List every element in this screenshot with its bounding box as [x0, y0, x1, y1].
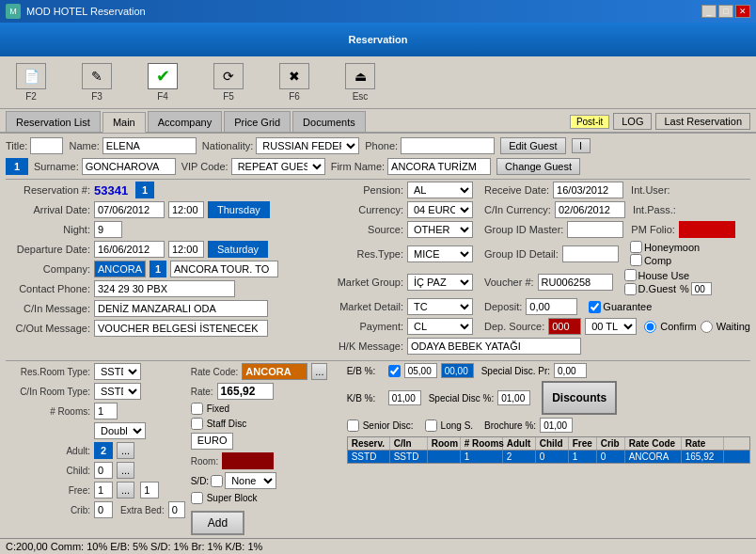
- pension-select[interactable]: AL: [407, 182, 473, 198]
- title-input[interactable]: [30, 137, 63, 154]
- child-btn[interactable]: ...: [117, 462, 134, 479]
- edit-guest-btn[interactable]: Edit Guest: [500, 137, 565, 154]
- cin-room-type-select[interactable]: SSTD: [94, 383, 141, 400]
- super-block-cb[interactable]: [191, 492, 203, 504]
- fixed-cb[interactable]: [191, 403, 203, 415]
- market-detail-select[interactable]: TC: [407, 298, 473, 315]
- guarantee-cb[interactable]: [589, 301, 601, 313]
- departure-time-input[interactable]: [168, 241, 204, 258]
- dep-source-select[interactable]: 00 TL: [585, 318, 637, 335]
- pct-input[interactable]: [691, 282, 712, 295]
- source-select[interactable]: OTHER: [407, 221, 473, 238]
- cin-msg-input[interactable]: [94, 300, 268, 317]
- honeymoon-cb[interactable]: [630, 241, 642, 253]
- special-disc-pr-input[interactable]: [554, 363, 587, 378]
- change-guest-btn[interactable]: Change Guest: [496, 158, 580, 175]
- tab-main[interactable]: Main: [102, 112, 146, 133]
- toolbar-btn-f5[interactable]: ⟳ F5: [205, 63, 252, 102]
- table-row[interactable]: SSTD SSTD 1 2 0 1 0 ANCORA 165,92: [348, 451, 749, 463]
- name-input[interactable]: [102, 137, 197, 154]
- night-input[interactable]: [94, 221, 122, 238]
- free-input[interactable]: [94, 482, 113, 499]
- long-s-cb[interactable]: [425, 419, 437, 432]
- guarantee-section: Guarantee: [589, 301, 652, 313]
- free-extra-input[interactable]: [140, 482, 159, 499]
- deposit-input[interactable]: [526, 298, 577, 315]
- senior-disc-cb[interactable]: [347, 419, 359, 432]
- discounts-btn[interactable]: Discounts: [542, 381, 617, 415]
- tab-price-grid[interactable]: Price Grid: [224, 111, 291, 132]
- d-guest-cb[interactable]: [624, 283, 637, 295]
- company-tour-input[interactable]: [170, 261, 278, 277]
- eb-cb[interactable]: [388, 365, 401, 377]
- toolbar-btn-f6[interactable]: ✖ F6: [271, 63, 318, 102]
- res-type-label: Res.Type:: [328, 248, 403, 260]
- post-it-btn[interactable]: Post-it: [570, 115, 609, 129]
- group-id-master-input[interactable]: [567, 221, 623, 238]
- receive-date-input[interactable]: [553, 182, 623, 198]
- adult-btn[interactable]: ...: [117, 442, 134, 459]
- kb-input[interactable]: [388, 390, 421, 405]
- cin-currency-input[interactable]: [555, 201, 625, 218]
- waiting-radio[interactable]: [701, 321, 713, 333]
- currency-select[interactable]: 04 EURO: [407, 201, 473, 218]
- i-btn[interactable]: I: [572, 138, 591, 153]
- vip-select[interactable]: REPEAT GUES: [231, 158, 325, 175]
- house-use-cb[interactable]: [624, 269, 637, 281]
- departure-date-input[interactable]: [94, 241, 165, 258]
- phone-input[interactable]: [401, 137, 495, 154]
- firm-input[interactable]: [387, 158, 491, 175]
- arrival-time-input[interactable]: [168, 201, 204, 218]
- market-group-select[interactable]: İÇ PAZ: [407, 274, 473, 291]
- staff-disc-cb[interactable]: [191, 418, 203, 430]
- toolbar-btn-esc[interactable]: ⏏ Esc: [337, 63, 384, 102]
- sd-select[interactable]: None: [225, 472, 276, 489]
- log-btn[interactable]: LOG: [613, 113, 652, 130]
- tab-documents[interactable]: Documents: [292, 111, 366, 132]
- dep-source-input1[interactable]: [548, 318, 581, 335]
- eb-val2-input[interactable]: [441, 363, 474, 378]
- special-disc-pct-input[interactable]: [497, 390, 530, 405]
- confirm-radio[interactable]: [644, 321, 656, 333]
- res-type-select[interactable]: MICE: [407, 245, 473, 262]
- tab-reservation-list[interactable]: Reservation List: [6, 111, 101, 132]
- free-btn[interactable]: ...: [117, 482, 134, 499]
- tab-accompany[interactable]: Accompany: [148, 111, 222, 132]
- comp-cb[interactable]: [630, 254, 642, 266]
- maximize-btn[interactable]: □: [718, 5, 733, 18]
- res-room-type-select[interactable]: SSTD: [94, 363, 141, 380]
- bed-type-select[interactable]: Double: [94, 422, 146, 439]
- special-disc-pct-label: Special Disc %:: [429, 393, 494, 404]
- td-adult: 2: [503, 451, 536, 463]
- voucher-input[interactable]: [538, 274, 613, 291]
- eb-val1-input[interactable]: [404, 363, 437, 378]
- toolbar-btn-f2[interactable]: 📄 F2: [8, 63, 55, 102]
- browse-btn[interactable]: ...: [311, 363, 327, 380]
- add-btn[interactable]: Add: [191, 511, 244, 535]
- cout-msg-input[interactable]: [94, 320, 268, 337]
- group-id-detail-input[interactable]: [562, 245, 619, 262]
- brochure-pct-input[interactable]: [540, 418, 573, 433]
- sd-label: S/D:: [191, 476, 209, 486]
- arrival-date-input[interactable]: [94, 201, 165, 218]
- toolbar-btn-f4[interactable]: ✔ F4: [139, 63, 186, 102]
- toolbar-btn-f3[interactable]: ✎ F3: [73, 63, 120, 102]
- nationality-select[interactable]: RUSSIAN FEDERA: [256, 137, 359, 154]
- rate-code-input[interactable]: [242, 363, 307, 380]
- rate-value-input[interactable]: [217, 383, 274, 400]
- close-btn[interactable]: ✕: [735, 5, 750, 18]
- company-input[interactable]: [94, 261, 146, 277]
- surname-input[interactable]: [82, 158, 176, 175]
- hk-message-input[interactable]: [407, 338, 581, 355]
- last-reservation-btn[interactable]: Last Reservation: [655, 113, 750, 130]
- house-use-section: House Use D.Guest %: [624, 269, 712, 295]
- minimize-btn[interactable]: _: [701, 5, 717, 18]
- contact-input[interactable]: [94, 280, 235, 297]
- rooms-input[interactable]: [94, 403, 118, 419]
- crib-input[interactable]: [94, 501, 113, 518]
- special-disc-pr-label: Special Disc. Pr:: [481, 366, 550, 376]
- payment-select[interactable]: CL: [407, 318, 473, 335]
- sd-cb[interactable]: [211, 475, 223, 487]
- extra-bed-input[interactable]: [168, 501, 185, 518]
- child-input[interactable]: [94, 462, 113, 479]
